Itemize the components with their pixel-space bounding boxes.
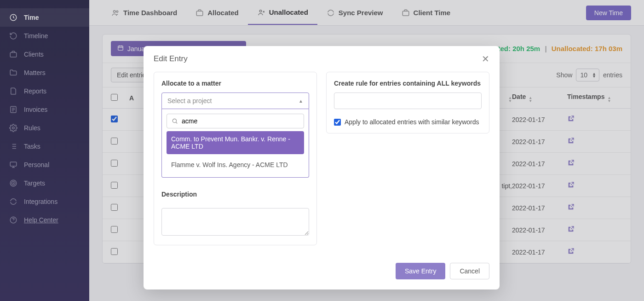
project-search-box	[167, 114, 304, 128]
edit-entry-modal: Edit Entry ✕ Allocate to a matter Select…	[144, 46, 500, 289]
save-entry-button[interactable]: Save Entry	[396, 263, 445, 279]
allocate-label: Allocate to a matter	[161, 80, 309, 87]
cancel-button[interactable]: Cancel	[450, 263, 489, 279]
select-placeholder: Select a project	[167, 97, 212, 104]
apply-checkbox[interactable]	[334, 119, 341, 126]
description-textarea[interactable]	[161, 208, 309, 236]
rule-label: Create rule for entries containing ALL k…	[334, 80, 482, 87]
project-search-input[interactable]	[182, 117, 299, 125]
caret-up-icon: ▲	[299, 98, 303, 104]
modal-close-button[interactable]: ✕	[482, 53, 489, 64]
apply-row: Apply to allocated entries with similar …	[334, 118, 482, 126]
svg-point-15	[172, 119, 176, 122]
modal-footer: Save Entry Cancel	[144, 256, 500, 289]
rule-panel: Create rule for entries containing ALL k…	[326, 72, 489, 133]
apply-label: Apply to allocated entries with similar …	[345, 118, 479, 126]
project-option-highlighted[interactable]: Comm. to Prevent Mun. Bankr. v. Renne - …	[167, 131, 304, 154]
project-dropdown: Comm. to Prevent Mun. Bankr. v. Renne - …	[161, 109, 309, 178]
modal-title: Edit Entry	[154, 54, 188, 64]
rule-keywords-input[interactable]	[334, 93, 482, 109]
allocate-panel: Allocate to a matter Select a project ▲ …	[154, 72, 317, 245]
project-select-trigger[interactable]: Select a project ▲	[161, 93, 309, 109]
modal-header: Edit Entry ✕	[144, 46, 500, 72]
description-label: Description	[161, 191, 309, 198]
close-icon: ✕	[482, 54, 489, 64]
modal-body: Allocate to a matter Select a project ▲ …	[144, 72, 500, 256]
project-option[interactable]: Flamme v. Wolf Ins. Agency - ACME LTD	[167, 157, 304, 173]
search-icon	[172, 118, 178, 124]
